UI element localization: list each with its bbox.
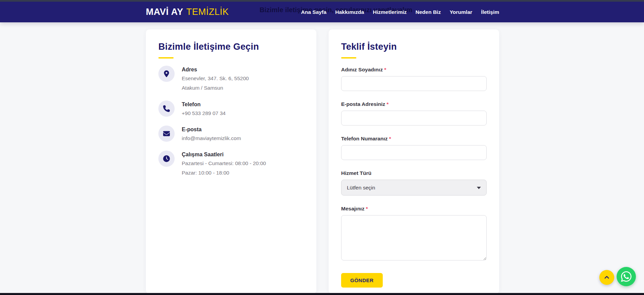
contact-card-title: Bizimle İletişime Geçin xyxy=(158,42,304,52)
field-label: Adınız Soyadınız* xyxy=(341,67,487,73)
nav-item-hakkimizda[interactable]: Hakkımızda xyxy=(335,9,364,15)
brand-logo[interactable]: MAVİ AYTEMİZLİK xyxy=(146,7,229,17)
quote-form-card: Teklif İsteyin Adınız Soyadınız* E-posta… xyxy=(329,29,499,294)
name-input[interactable] xyxy=(341,76,487,91)
page-bottom-strip xyxy=(0,293,644,295)
contact-info-card: Bizimle İletişime Geçin Adres Esenevler,… xyxy=(146,29,316,294)
field-label-text: E-posta Adresiniz xyxy=(341,101,385,107)
service-type-select[interactable]: Lütfen seçin xyxy=(341,180,487,196)
contact-item-line: info@maviaytemizlik.com xyxy=(182,134,241,142)
nav-item-hizmetlerimiz[interactable]: Hizmetlerimiz xyxy=(373,9,407,15)
nav-item-neden-biz[interactable]: Neden Biz xyxy=(416,9,441,15)
contact-item-line: +90 533 289 07 34 xyxy=(182,109,226,117)
required-asterisk: * xyxy=(386,101,388,107)
phone-input[interactable] xyxy=(341,145,487,160)
navbar: MAVİ AYTEMİZLİK Bizimle iletişime geçin,… xyxy=(0,2,644,22)
whatsapp-icon xyxy=(621,271,631,282)
email-input[interactable] xyxy=(341,111,487,126)
contact-item-line: Esenevler, 347. Sk. 6, 55200 xyxy=(182,74,249,82)
field-label: Mesajınız* xyxy=(341,206,487,212)
whatsapp-button[interactable] xyxy=(617,267,636,286)
title-accent-bar xyxy=(341,57,356,59)
map-pin-icon xyxy=(158,66,175,82)
contact-item-line: Pazar: 10:00 - 18:00 xyxy=(182,169,266,177)
contact-list: Adres Esenevler, 347. Sk. 6, 55200 Ataku… xyxy=(158,66,304,177)
field-label-text: Telefon Numaranız xyxy=(341,136,388,141)
phone-icon xyxy=(158,100,175,117)
field-label: Telefon Numaranız* xyxy=(341,136,487,142)
message-textarea[interactable] xyxy=(341,215,487,260)
field-label: Hizmet Türü xyxy=(341,170,487,176)
envelope-icon xyxy=(158,126,175,142)
brand-primary: MAVİ AY xyxy=(146,7,183,17)
contact-item-line: Pazartesi - Cumartesi: 08:00 - 20:00 xyxy=(182,159,266,167)
nav-item-yorumlar[interactable]: Yorumlar xyxy=(450,9,472,15)
nav-item-iletisim[interactable]: İletişim xyxy=(481,9,499,15)
browser-top-strip xyxy=(0,0,644,2)
list-item: Telefon +90 533 289 07 34 xyxy=(158,100,304,117)
quote-form: Adınız Soyadınız* E-posta Adresiniz* Tel… xyxy=(341,67,487,288)
field-label: E-posta Adresiniz* xyxy=(341,101,487,107)
contact-item-label: E-posta xyxy=(182,126,241,133)
form-card-title: Teklif İsteyin xyxy=(341,42,487,52)
contact-item-label: Adres xyxy=(182,66,249,73)
scroll-to-top-button[interactable] xyxy=(599,270,614,285)
list-item: E-posta info@maviaytemizlik.com xyxy=(158,126,304,142)
contact-item-label: Çalışma Saatleri xyxy=(182,151,266,158)
submit-button[interactable]: GÖNDER xyxy=(341,273,383,288)
required-asterisk: * xyxy=(389,136,391,141)
field-label-text: Adınız Soyadınız xyxy=(341,67,383,72)
chevron-up-icon xyxy=(604,274,610,280)
title-accent-bar xyxy=(158,57,174,59)
contact-item-line: Atakum / Samsun xyxy=(182,84,249,92)
required-asterisk: * xyxy=(384,67,386,72)
field-label-text: Hizmet Türü xyxy=(341,170,372,176)
brand-secondary: TEMİZLİK xyxy=(186,7,229,17)
field-label-text: Mesajınız xyxy=(341,206,364,211)
list-item: Adres Esenevler, 347. Sk. 6, 55200 Ataku… xyxy=(158,66,304,92)
nav-menu: Ana Sayfa Hakkımızda Hizmetlerimiz Neden… xyxy=(301,9,499,15)
nav-item-ana-sayfa[interactable]: Ana Sayfa xyxy=(301,9,327,15)
contact-item-label: Telefon xyxy=(182,100,226,108)
list-item: Çalışma Saatleri Pazartesi - Cumartesi: … xyxy=(158,151,304,177)
clock-icon xyxy=(158,151,175,167)
required-asterisk: * xyxy=(366,206,368,211)
